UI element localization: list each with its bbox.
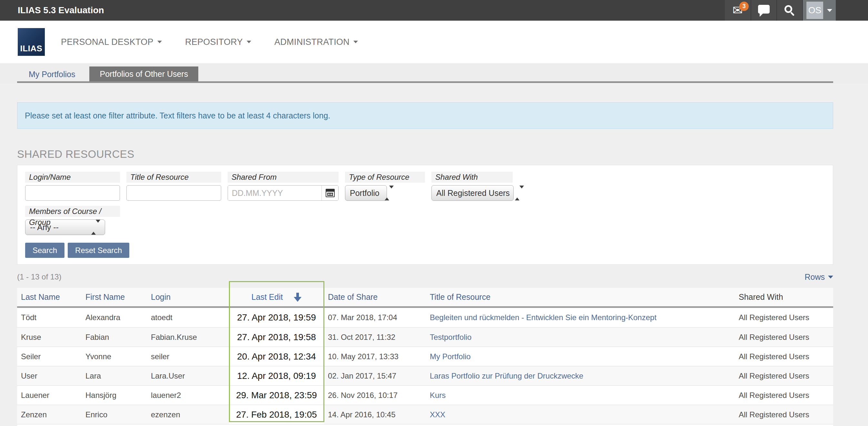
calendar-picker-button[interactable] <box>321 186 338 200</box>
cell-login: ezenzen <box>147 410 229 419</box>
col-header-shared-with: Shared With <box>735 292 833 302</box>
cell-login: Fabian.Kruse <box>147 333 229 342</box>
cell-last-name: Seiler <box>17 352 82 361</box>
chevron-down-icon <box>247 41 251 43</box>
table-header-row: Last Name First Name Login Last Edit Dat… <box>17 288 833 308</box>
filter-panel: Login/Name Title of Resource Shared From… <box>17 165 833 265</box>
nav-label: REPOSITORY <box>185 37 243 47</box>
nav-personal-desktop[interactable]: PERSONAL DESKTOP <box>61 37 162 47</box>
select-arrows-icon <box>515 189 524 198</box>
cell-login: atoedt <box>147 313 229 322</box>
col-header-first-name[interactable]: First Name <box>82 292 147 302</box>
cell-date-of-share: 07. Mar 2018, 17:04 <box>324 313 426 322</box>
cell-shared-with: All Registered Users <box>735 371 833 380</box>
shared-with-select[interactable]: All Registered Users <box>431 185 514 201</box>
col-header-login[interactable]: Login <box>147 292 229 302</box>
search-icon <box>784 5 792 13</box>
col-header-last-edit[interactable]: Last Edit <box>229 292 324 302</box>
user-menu-button[interactable]: OS <box>802 0 836 21</box>
filter-field-members: Members of Course / Group -- Any -- <box>25 206 120 235</box>
cell-date-of-share: 14. Apr 2016, 10:45 <box>324 410 426 419</box>
cell-first-name: Alexandra <box>82 313 147 322</box>
table-row: Lauener Hansjörg lauener2 29. Mar 2018, … <box>17 385 833 405</box>
selected-value: Portfolio <box>350 189 379 198</box>
col-header-title[interactable]: Title of Resource <box>426 292 735 302</box>
filter-field-type: Type of Resource Portfolio <box>345 172 425 201</box>
type-of-resource-label: Type of Resource <box>345 172 425 183</box>
cell-date-of-share: 02. Jan 2017, 15:47 <box>324 371 426 380</box>
login-name-label: Login/Name <box>25 172 120 183</box>
cell-first-name: Lara <box>82 371 147 380</box>
search-button[interactable] <box>776 0 802 21</box>
rows-label: Rows <box>804 273 825 282</box>
chevron-down-icon <box>827 9 832 12</box>
mail-badge: 3 <box>739 2 749 11</box>
resource-title-link[interactable]: Testportfolio <box>430 333 471 341</box>
select-arrows-icon <box>385 189 394 198</box>
nav-label: PERSONAL DESKTOP <box>61 37 153 47</box>
selected-value: -- Any -- <box>30 223 86 232</box>
sort-descending-icon[interactable] <box>294 293 302 302</box>
cell-last-name: Lauener <box>17 391 82 400</box>
shared-from-date-input[interactable] <box>228 186 321 200</box>
title-of-resource-input[interactable] <box>126 185 221 201</box>
cell-last-edit: 27. Apr 2018, 19:58 <box>229 328 324 347</box>
chevron-down-icon <box>353 41 358 43</box>
type-of-resource-select[interactable]: Portfolio <box>345 185 387 201</box>
cell-date-of-share: 26. Nov 2016, 10:17 <box>324 391 426 400</box>
app-title: ILIAS 5.3 Evaluation <box>18 0 104 21</box>
table-body: Tödt Alexandra atoedt 27. Apr 2018, 19:5… <box>17 308 833 424</box>
chat-button[interactable] <box>751 0 776 21</box>
resource-title-link[interactable]: Laras Portfolio zur Prüfung der Druckzwe… <box>430 371 583 380</box>
reset-search-button[interactable]: Reset Search <box>68 243 129 258</box>
cell-last-edit: 29. Mar 2018, 23:59 <box>229 386 324 405</box>
filter-field-shared-from: Shared From <box>228 172 339 201</box>
login-name-input[interactable] <box>25 185 120 201</box>
col-header-label: Last Edit <box>251 292 283 302</box>
cell-first-name: Yvonne <box>82 352 147 361</box>
col-header-last-name[interactable]: Last Name <box>17 292 82 302</box>
avatar: OS <box>806 2 823 19</box>
nav-administration[interactable]: ADMINISTRATION <box>274 37 358 47</box>
cell-login: Lara.User <box>147 371 229 380</box>
resource-title-link[interactable]: My Portfolio <box>430 352 471 361</box>
page-content: Please set at least one filter attribute… <box>17 102 833 426</box>
tab-my-portfolios[interactable]: My Portfolios <box>23 67 81 81</box>
cell-first-name: Fabian <box>82 333 147 342</box>
select-arrows-icon <box>91 223 100 232</box>
tab-portfolios-of-other-users[interactable]: Portfolios of Other Users <box>89 66 198 81</box>
chevron-down-icon <box>828 276 833 279</box>
resource-title-link[interactable]: Kurs <box>430 391 445 400</box>
table-row: Seiler Yvonne seiler 20. Apr 2018, 12:34… <box>17 347 833 366</box>
ilias-logo[interactable]: ILIAS <box>18 28 45 56</box>
table-row-partial <box>17 424 833 426</box>
cell-shared-with: All Registered Users <box>735 410 833 419</box>
table-row: User Lara Lara.User 12. Apr 2018, 09:19 … <box>17 366 833 385</box>
shared-with-label: Shared With <box>431 172 513 183</box>
resource-title-link[interactable]: Begleiten und rückmelden - Entwicklen Si… <box>430 313 656 322</box>
result-count: (1 - 13 of 13) <box>17 273 61 281</box>
nav-repository[interactable]: REPOSITORY <box>185 37 251 47</box>
col-header-date-of-share[interactable]: Date of Share <box>324 292 426 302</box>
rows-dropdown[interactable]: Rows <box>804 273 833 282</box>
logo-text: ILIAS <box>20 44 42 54</box>
cell-login: seiler <box>147 352 229 361</box>
search-button[interactable]: Search <box>25 243 64 258</box>
info-message: Please set at least one filter attribute… <box>17 102 833 129</box>
cell-last-name: User <box>17 371 82 380</box>
mail-button[interactable]: ✉ 3 <box>725 0 751 21</box>
cell-last-edit: 20. Apr 2018, 12:34 <box>229 347 324 366</box>
cell-last-name: Tödt <box>17 313 82 322</box>
cell-shared-with: All Registered Users <box>735 352 833 361</box>
cell-shared-with: All Registered Users <box>735 313 833 322</box>
resource-title-link[interactable]: XXX <box>430 410 445 419</box>
cell-last-edit: 12. Apr 2018, 09:19 <box>229 366 324 385</box>
top-bar: ILIAS 5.3 Evaluation ✉ 3 OS <box>0 0 868 21</box>
cell-last-edit: 27. Feb 2018, 19:05 <box>229 405 324 424</box>
filter-field-login: Login/Name <box>25 172 120 201</box>
filter-field-shared-with: Shared With All Registered Users <box>431 172 513 201</box>
cell-date-of-share: 10. May 2017, 13:33 <box>324 352 426 361</box>
cell-first-name: Hansjörg <box>82 391 147 400</box>
filter-field-title: Title of Resource <box>126 172 221 201</box>
nav-label: ADMINISTRATION <box>274 37 349 47</box>
